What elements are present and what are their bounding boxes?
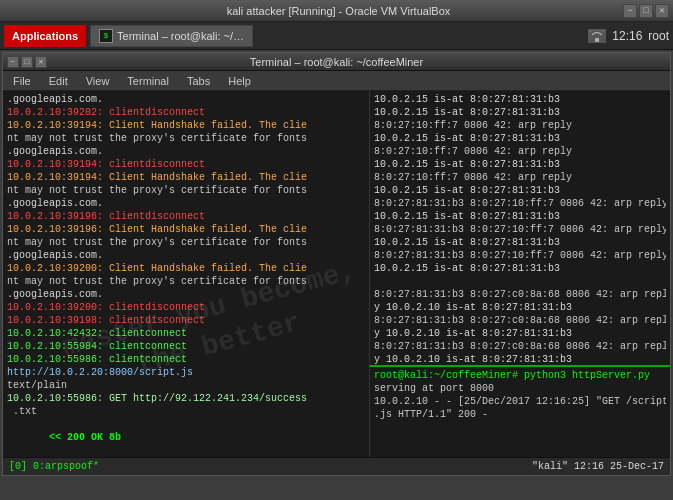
- close-button[interactable]: ✕: [655, 4, 669, 18]
- window-maximize-button[interactable]: □: [21, 56, 33, 68]
- menu-edit[interactable]: Edit: [45, 74, 72, 88]
- right-pane-top-line: 10.0.2.15 is-at 8:0:27:81:31:b3: [374, 236, 666, 249]
- left-pane-line: 10.0.2.10:39198: clientdisconnect: [7, 314, 365, 327]
- right-pane-top-line: 8:0:27:81:31:b3 8:0:27:c0:8a:68 0806 42:…: [374, 288, 666, 301]
- left-pane-line: << 200 OK 8b: [7, 431, 365, 444]
- left-pane-line: nt may not trust the proxy's certificate…: [7, 184, 365, 197]
- right-pane-top-line: [374, 275, 666, 288]
- left-pane-line: .googleapis.com.: [7, 93, 365, 106]
- right-pane-top-line: 10.0.2.15 is-at 8:0:27:81:31:b3: [374, 262, 666, 275]
- menu-help[interactable]: Help: [224, 74, 255, 88]
- right-pane-top-line: 8:0:27:81:31:b3 8:0:27:10:ff:7 0806 42: …: [374, 197, 666, 210]
- left-pane-line: 10.0.2.10:39196: clientdisconnect: [7, 210, 365, 223]
- left-pane-line: 10.0.2.10:42432: clientconnect: [7, 327, 365, 340]
- window-controls: − □ ✕: [7, 56, 47, 68]
- left-pane-line: 10.0.2.10:39194: Client Handshake failed…: [7, 171, 365, 184]
- right-pane-bottom-line: root@kali:~/coffeeMiner# python3 httpSer…: [374, 369, 666, 382]
- username: root: [648, 29, 669, 43]
- left-pane-line: http://10.0.2.20:8000/script.js: [7, 366, 365, 379]
- left-pane-line: 10.0.2.10:39200: clientdisconnect: [7, 301, 365, 314]
- left-pane-line: 10.0.2.10:39194: clientdisconnect: [7, 158, 365, 171]
- right-pane-top-line: 10.0.2.15 is-at 8:0:27:81:31:b3: [374, 210, 666, 223]
- left-pane-line: text/plain: [7, 379, 365, 392]
- taskbar-right: 12:16 root: [588, 29, 669, 43]
- applications-button[interactable]: Applications: [4, 25, 86, 47]
- title-bar-buttons: − □ ✕: [623, 4, 669, 18]
- left-pane-line: 10.0.2.10:39200: Client Handshake failed…: [7, 262, 365, 275]
- left-pane-line: 10.0.2.10:55986: GET http://92.122.241.2…: [7, 392, 365, 405]
- menu-view[interactable]: View: [82, 74, 114, 88]
- window-title-bar: − □ ✕ Terminal – root@kali: ~/coffeeMine…: [3, 53, 670, 71]
- left-pane-line: nt may not trust the proxy's certificate…: [7, 275, 365, 288]
- left-pane-line: 10.0.2.10:55986: clientconnect: [7, 353, 365, 366]
- terminal-tab[interactable]: $ Terminal – root@kali: ~/…: [90, 25, 253, 47]
- terminal-content: .googleapis.com.10.0.2.10:39202: clientd…: [3, 91, 670, 457]
- title-bar-text: kali attacker [Running] - Oracle VM Virt…: [54, 5, 623, 17]
- virtualbox-title-bar: kali attacker [Running] - Oracle VM Virt…: [0, 0, 673, 22]
- terminal-tab-icon: $: [99, 29, 113, 43]
- status-bar: [0] 0:arpspoof* "kali" 12:16 25-Dec-17: [3, 457, 670, 475]
- right-pane-top-line: 8:0:27:81:31:b3 8:0:27:10:ff:7 0806 42: …: [374, 249, 666, 262]
- right-pane-top-line: 8:0:27:81:31:b3 8:0:27:c0:8a:68 0806 42:…: [374, 314, 666, 327]
- terminal-window: − □ ✕ Terminal – root@kali: ~/coffeeMine…: [2, 52, 671, 476]
- right-section: 10.0.2.15 is-at 8:0:27:81:31:b310.0.2.15…: [370, 91, 670, 457]
- right-pane-top-line: 10.0.2.15 is-at 8:0:27:81:31:b3: [374, 158, 666, 171]
- right-pane-top-line: 8:0:27:10:ff:7 0806 42: arp reply: [374, 145, 666, 158]
- left-pane-line: .googleapis.com.: [7, 145, 365, 158]
- menu-terminal[interactable]: Terminal: [123, 74, 173, 88]
- right-pane-top-line: y 10.0.2.10 is-at 8:0:27:81:31:b3: [374, 327, 666, 340]
- right-pane-top-line: 10.0.2.15 is-at 8:0:27:81:31:b3: [374, 93, 666, 106]
- menu-tabs[interactable]: Tabs: [183, 74, 214, 88]
- right-pane-top-line: 8:0:27:10:ff:7 0806 42: arp reply: [374, 119, 666, 132]
- right-pane-top-line: 8:0:27:10:ff:7 0806 42: arp reply: [374, 171, 666, 184]
- right-pane-top-line: 10.0.2.15 is-at 8:0:27:81:31:b3: [374, 184, 666, 197]
- left-pane-line: [7, 418, 365, 431]
- right-pane-top-line: 8:0:27:81:31:b3 8:0:27:10:ff:7 0806 42: …: [374, 223, 666, 236]
- right-pane-top-line: y 10.0.2.10 is-at 8:0:27:81:31:b3: [374, 301, 666, 314]
- left-pane-line: 10.0.2.10:55984: clientconnect: [7, 340, 365, 353]
- left-pane-wrapper: .googleapis.com.10.0.2.10:39202: clientd…: [3, 91, 370, 457]
- window-title-text: Terminal – root@kali: ~/coffeeMiner: [47, 56, 626, 68]
- left-pane-line: 10.0.2.10:39202: clientdisconnect: [7, 106, 365, 119]
- left-pane-line: 10.0.2.10:39196: Client Handshake failed…: [7, 223, 365, 236]
- left-pane-line: nt may not trust the proxy's certificate…: [7, 236, 365, 249]
- right-pane-bottom-line: serving at port 8000: [374, 382, 666, 395]
- left-pane-line: nt may not trust the proxy's certificate…: [7, 132, 365, 145]
- svg-rect-0: [595, 38, 599, 42]
- left-pane-line: .googleapis.com.: [7, 197, 365, 210]
- left-pane-line: .txt: [7, 405, 365, 418]
- terminal-tab-label: Terminal – root@kali: ~/…: [117, 30, 244, 42]
- status-right: "kali" 12:16 25-Dec-17: [532, 461, 664, 472]
- right-pane-top-line: 8:0:27:81:31:b3 8:0:27:c0:8a:68 0806 42:…: [374, 340, 666, 353]
- left-pane-line: .googleapis.com.: [7, 288, 365, 301]
- window-close-button[interactable]: ✕: [35, 56, 47, 68]
- right-pane-top-line: 10.0.2.15 is-at 8:0:27:81:31:b3: [374, 132, 666, 145]
- status-left: [0] 0:arpspoof*: [9, 461, 99, 472]
- minimize-button[interactable]: −: [623, 4, 637, 18]
- maximize-button[interactable]: □: [639, 4, 653, 18]
- window-minimize-button[interactable]: −: [7, 56, 19, 68]
- right-pane-top-line: 10.0.2.15 is-at 8:0:27:81:31:b3: [374, 106, 666, 119]
- right-pane-top[interactable]: 10.0.2.15 is-at 8:0:27:81:31:b310.0.2.15…: [370, 91, 670, 367]
- taskbar: Applications $ Terminal – root@kali: ~/……: [0, 22, 673, 50]
- right-pane-bottom[interactable]: root@kali:~/coffeeMiner# python3 httpSer…: [370, 367, 670, 457]
- left-pane[interactable]: .googleapis.com.10.0.2.10:39202: clientd…: [3, 91, 370, 457]
- left-pane-line: 10.0.2.10:39194: Client Handshake failed…: [7, 119, 365, 132]
- clock: 12:16: [612, 29, 642, 43]
- right-pane-bottom-line: 10.0.2.10 - - [25/Dec/2017 12:16:25] "GE…: [374, 395, 666, 408]
- menu-bar: File Edit View Terminal Tabs Help: [3, 71, 670, 91]
- right-pane-top-line: y 10.0.2.10 is-at 8:0:27:81:31:b3: [374, 353, 666, 366]
- right-pane-bottom-line: .js HTTP/1.1" 200 -: [374, 408, 666, 421]
- network-icon: [588, 29, 606, 43]
- menu-file[interactable]: File: [9, 74, 35, 88]
- left-pane-line: [7, 444, 365, 457]
- left-pane-line: .googleapis.com.: [7, 249, 365, 262]
